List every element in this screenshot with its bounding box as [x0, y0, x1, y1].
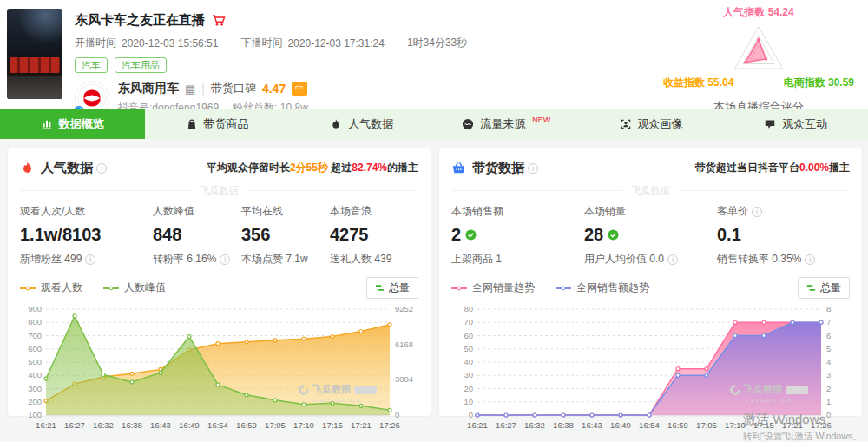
legend-label: 人数峰值 [124, 280, 166, 295]
sales-panel: 带货数据 带货超过当日抖音平台0.00%播主 飞瓜数据 本场销售额2上架商品 1… [438, 148, 863, 417]
popularity-trend-chart[interactable]: 1002003004005006007008009000308461689252… [15, 300, 424, 434]
stat-sub: 转粉率 6.16% [153, 252, 241, 267]
tab-label: 流量来源 [480, 116, 525, 132]
tab-label: 观众互动 [782, 116, 827, 132]
popularity-panel: 人气数据 平均观众停留时长2分55秒 超过82.74%的播主 飞瓜数据 观看人次… [7, 148, 431, 417]
svg-text:7: 7 [826, 317, 831, 327]
svg-text:16:38: 16:38 [122, 420, 142, 430]
stat-value: 356 [241, 225, 330, 245]
legend-marker-icon [451, 287, 467, 289]
svg-text:2: 2 [826, 384, 831, 393]
legend-item[interactable]: 全网销售额趋势 [556, 280, 649, 295]
svg-text:16:59: 16:59 [236, 420, 257, 430]
svg-text:6168: 6168 [395, 340, 413, 349]
info-icon[interactable] [220, 254, 230, 265]
stat-column: 平均在线356本场点赞 7.1w [241, 204, 330, 267]
stat-sub: 本场点赞 7.1w [241, 252, 330, 267]
check-icon [608, 229, 619, 241]
info-icon[interactable] [528, 163, 538, 174]
account-name[interactable]: 东风商用车 [118, 81, 179, 96]
watermark-divider: 飞瓜数据 [20, 184, 418, 197]
series-area [477, 322, 821, 415]
audience-icon [620, 118, 632, 130]
svg-text:16:49: 16:49 [179, 420, 200, 430]
stat-label: 观看人次/人数 [20, 204, 153, 219]
legend-label: 全网销量趋势 [472, 280, 535, 295]
svg-text:300: 300 [28, 384, 42, 393]
stat-sub: 用户人均价值 0.0 [584, 252, 717, 267]
svg-text:16:43: 16:43 [150, 420, 171, 430]
flame-icon [20, 161, 35, 175]
legend-label: 观看人数 [41, 280, 82, 295]
svg-text:30: 30 [464, 370, 473, 379]
interaction-icon [764, 118, 776, 130]
tab-overview[interactable]: 数据概览 [0, 109, 145, 139]
radar-metric-value: 30.59 [828, 76, 854, 89]
stat-label: 人数峰值 [153, 204, 241, 219]
legend-item[interactable]: 人数峰值 [103, 280, 166, 295]
category-tag[interactable]: 汽车用品 [115, 57, 167, 73]
duration-value: 1时34分33秒 [407, 36, 467, 50]
svg-text:20: 20 [464, 384, 473, 393]
svg-text:100: 100 [28, 410, 42, 419]
svg-text:50: 50 [464, 344, 473, 353]
basket-icon [451, 161, 466, 175]
svg-text:3: 3 [826, 370, 831, 379]
tab-audience[interactable]: 观众画像 [579, 109, 724, 139]
tab-interaction[interactable]: 观众互动 [723, 109, 868, 139]
stat-label: 本场音浪 [330, 204, 418, 219]
svg-text:60: 60 [464, 331, 473, 340]
koubei-label: 带货口碑 [211, 81, 256, 96]
chart-legend: 全网销量趋势全网销售额趋势 [451, 280, 670, 295]
stat-label: 平均在线 [241, 204, 330, 219]
stat-value: 2 [451, 225, 584, 245]
svg-text:17:26: 17:26 [379, 420, 400, 430]
total-toggle-button[interactable]: 总量 [798, 277, 850, 299]
end-time-label: 下播时间 [240, 36, 282, 50]
total-toggle-button[interactable]: 总量 [366, 277, 418, 299]
tab-traffic[interactable]: 流量来源NEW [434, 109, 579, 139]
info-icon[interactable] [85, 254, 95, 265]
svg-text:16:38: 16:38 [553, 420, 574, 430]
main-nav: 数据概览带货商品人气数据流量来源NEW观众画像观众互动 [0, 109, 868, 139]
radar-metric-label: 收益指数 [663, 76, 705, 89]
stat-column: 本场音浪4275送礼人数 439 [330, 204, 418, 267]
stat-value: 1.1w/8103 [20, 225, 153, 245]
svg-text:5: 5 [826, 344, 831, 353]
legend-item[interactable]: 全网销量趋势 [451, 280, 535, 295]
category-tag[interactable]: 汽车 [75, 57, 108, 73]
legend-item[interactable]: 观看人数 [20, 280, 82, 295]
overall-score-radar: 人气指数 54.24 收益指数 55.04 电商指数 30.59 本场直播综合评… [663, 5, 854, 115]
stat-label: 本场销售额 [451, 204, 584, 219]
info-icon[interactable] [667, 254, 678, 265]
watermark-divider: 飞瓜数据 [451, 184, 850, 197]
svg-text:3084: 3084 [395, 374, 413, 384]
start-time-label: 开播时间 [75, 36, 116, 50]
svg-text:16:27: 16:27 [496, 420, 516, 430]
legend-marker-icon [20, 287, 36, 289]
stat-value: 28 [584, 225, 717, 245]
svg-text:16:54: 16:54 [207, 420, 228, 430]
tab-label: 带货商品 [204, 116, 249, 132]
koubei-score: 4.47 [262, 82, 286, 96]
stat-column: 人数峰值848转粉率 6.16% [153, 204, 241, 267]
page-title: 东风卡车之友正在直播 [75, 12, 205, 29]
svg-text:16:49: 16:49 [610, 420, 631, 430]
panel-title: 人气数据 [41, 160, 93, 176]
tab-goods[interactable]: 带货商品 [145, 109, 290, 139]
info-icon[interactable] [752, 207, 762, 217]
radar-metric-label: 电商指数 [784, 76, 825, 89]
tab-popularity[interactable]: 人气数据 [289, 109, 434, 139]
svg-text:16:27: 16:27 [64, 420, 85, 430]
check-icon [465, 229, 477, 241]
qr-code-icon[interactable]: ▦ [185, 82, 195, 96]
stream-thumbnail [7, 9, 62, 99]
svg-text:16:43: 16:43 [582, 420, 602, 430]
info-icon[interactable] [96, 163, 107, 174]
svg-text:17:05: 17:05 [265, 420, 286, 430]
info-icon[interactable] [805, 254, 815, 265]
total-toggle-icon [806, 283, 816, 293]
panel-summary: 带货超过当日抖音平台0.00%播主 [695, 161, 850, 175]
svg-text:16:32: 16:32 [524, 420, 545, 430]
svg-text:900: 900 [28, 304, 42, 313]
